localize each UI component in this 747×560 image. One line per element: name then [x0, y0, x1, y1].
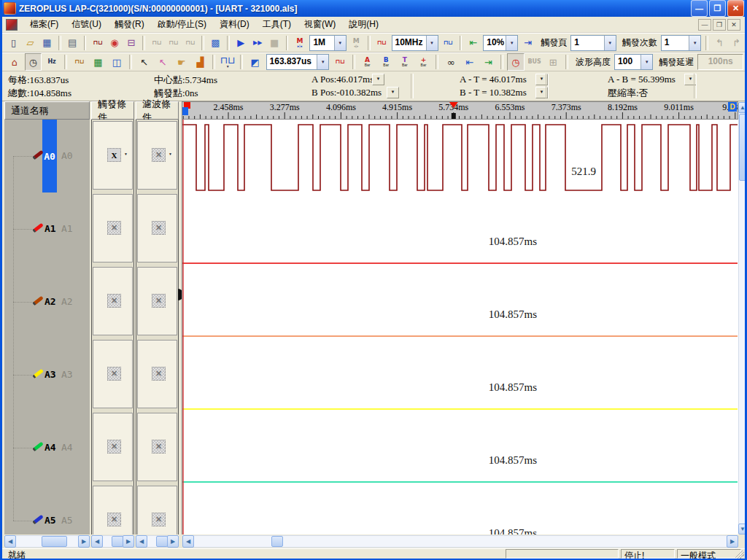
add-bar-icon[interactable]: +Bar	[415, 53, 433, 71]
waveform-hscroll-left-arrow[interactable]: ◀	[182, 535, 194, 548]
filter-hscroll-thumb[interactable]	[156, 536, 168, 547]
channel-label-A3[interactable]: A3	[44, 369, 56, 380]
trigger-setup-icon[interactable]: ◉	[107, 34, 122, 52]
filter-state-icon-A0[interactable]: ✕	[152, 148, 166, 162]
memory-depth-combo[interactable]: 1M▼	[309, 35, 346, 51]
print-icon[interactable]: ▤	[65, 34, 80, 52]
channel-label-A5[interactable]: A5	[44, 515, 56, 526]
trigger-cell-A1[interactable]: ✕	[93, 194, 133, 262]
trigger-state-icon-A3[interactable]: ✕	[107, 367, 121, 381]
channel-names-hscroll-thumb[interactable]	[42, 536, 67, 547]
waveform-window-icon[interactable]: ⊓⊔	[71, 53, 88, 71]
filter-state-icon-A2[interactable]: ✕	[152, 294, 166, 308]
filter-state-icon-A4[interactable]: ✕	[152, 440, 166, 454]
channel-label-A1[interactable]: A1	[44, 223, 56, 234]
sample-rate-combo[interactable]: 10MHz▼	[392, 35, 438, 51]
menu-item-2[interactable]: 信號(U)	[65, 18, 108, 31]
waveform-vscroll-up-arrow[interactable]: ▲	[738, 102, 747, 113]
go-end-icon[interactable]: ⇥	[480, 53, 498, 71]
channel-names-hscroll-right-arrow[interactable]: ▶	[78, 535, 90, 548]
trigger-state-icon-A0[interactable]: X	[107, 148, 121, 162]
menu-item-6[interactable]: 工具(T)	[256, 18, 298, 31]
zoom-tool-icon[interactable]: ◩	[247, 53, 264, 71]
waveform-vscroll-thumb[interactable]	[739, 114, 746, 181]
filter-cell-A1[interactable]: ✕	[137, 194, 177, 262]
trigger-hscroll-right-arrow[interactable]: ▶	[123, 535, 134, 548]
b-pos-dropdown[interactable]: ▼	[387, 87, 399, 98]
a-bar-icon[interactable]: ABar	[359, 53, 376, 71]
filter-state-icon-A1[interactable]: ✕	[152, 221, 166, 235]
trigger-state-icon-A5[interactable]: ✕	[107, 513, 121, 526]
filter-cell-A3[interactable]: ✕	[137, 340, 177, 408]
new-file-icon[interactable]: ▯	[6, 34, 21, 52]
filter-dropdown-A0[interactable]: ▼	[166, 149, 174, 160]
waveform-display-area[interactable]: 521.9104.857ms104.857ms104.857ms104.857m…	[182, 120, 738, 534]
mdi-minimize-button[interactable]: —	[698, 19, 711, 31]
waveform-mode-icon[interactable]: ⊓⊔▼	[219, 53, 236, 71]
t-bar-icon[interactable]: TBar	[396, 53, 414, 71]
frequency-display-icon[interactable]: Hz	[43, 53, 61, 71]
filter-hscroll-left-arrow[interactable]: ◀	[136, 535, 147, 548]
trigger-cell-A4[interactable]: ✕	[93, 413, 133, 481]
navigator-window-icon[interactable]: ◫	[108, 53, 125, 71]
trigger-cell-A2[interactable]: ✕	[93, 267, 133, 335]
trigger-page-dropdown[interactable]: ▼	[604, 36, 616, 50]
filter-cell-A5[interactable]: ✕	[137, 486, 177, 534]
time-ruler[interactable]: 2.458ms3.277ms4.096ms4.915ms5.734ms6.553…	[182, 101, 738, 120]
b-bar-icon[interactable]: BBar	[377, 53, 395, 71]
filter-cell-A4[interactable]: ✕	[137, 413, 177, 481]
minimize-button[interactable]: —	[691, 0, 708, 17]
waveform-mode-dropdown[interactable]: ▼	[226, 65, 230, 69]
menu-item-5[interactable]: 資料(D)	[213, 18, 256, 31]
trigger-page-combo[interactable]: 1▼	[570, 35, 616, 51]
sampling-setup-icon[interactable]: ⊓⊔	[90, 34, 105, 52]
trigger-pos-left-icon[interactable]: ⇤	[465, 34, 481, 52]
hand-tool-icon[interactable]: ☛	[173, 53, 190, 71]
trigger-position-combo[interactable]: 10%▼	[483, 35, 518, 51]
filter-cell-A2[interactable]: ✕	[137, 267, 177, 335]
menu-item-3[interactable]: 觸發(R)	[108, 18, 151, 31]
menu-item-7[interactable]: 視窗(W)	[298, 18, 342, 31]
channel-names-hscroll-left-arrow[interactable]: ◀	[4, 535, 16, 548]
menu-item-1[interactable]: 檔案(F)	[23, 18, 65, 31]
frequency-red-icon[interactable]: ⊓⊔	[374, 34, 390, 52]
listing-window-icon[interactable]: ▦	[90, 53, 107, 71]
trigger-state-icon-A4[interactable]: ✕	[107, 440, 121, 454]
scale-dropdown[interactable]: ▼	[317, 55, 328, 69]
home-icon[interactable]: ⌂	[6, 53, 23, 71]
menu-item-4[interactable]: 啟動/停止(S)	[151, 18, 213, 31]
memory-apply-icon[interactable]: M▸|◂	[292, 34, 307, 52]
trigger-count-combo[interactable]: 1▼	[661, 35, 702, 51]
close-button[interactable]: ✕	[727, 0, 744, 17]
trigger-delay-mode-icon[interactable]: ◷	[507, 53, 525, 71]
open-file-icon[interactable]: ▱	[23, 34, 38, 52]
multi-select-icon[interactable]: ↖	[154, 53, 171, 71]
trigger-cell-A5[interactable]: ✕	[93, 486, 133, 534]
waveform-vscroll-down-arrow[interactable]: ▼	[738, 524, 747, 534]
waveform-hscroll-thumb[interactable]	[271, 536, 283, 547]
trigger-position-dropdown[interactable]: ▼	[506, 36, 517, 50]
waveform-height-combo[interactable]: 100▼	[614, 54, 653, 70]
trigger-count-dropdown[interactable]: ▼	[689, 36, 700, 50]
trigger-pos-right-icon[interactable]: ⇥	[520, 34, 535, 52]
trigger-hscroll-left-arrow[interactable]: ◀	[91, 535, 103, 548]
mdi-restore-button[interactable]: ❐	[713, 19, 726, 31]
zoom-revert-icon[interactable]: ⊓⊔	[331, 53, 349, 71]
trigger-state-icon-A2[interactable]: ✕	[107, 294, 121, 308]
trigger-state-icon-A1[interactable]: ✕	[107, 221, 121, 235]
sample-rate-dropdown[interactable]: ▼	[426, 36, 438, 50]
filter-cell-A0[interactable]: ✕▼	[137, 121, 177, 190]
time-display-icon[interactable]: ◷	[25, 53, 42, 71]
select-cursor-icon[interactable]: ↖	[136, 53, 153, 71]
waveform-height-dropdown[interactable]: ▼	[640, 55, 652, 69]
go-start-icon[interactable]: ⇤	[461, 53, 479, 71]
menu-item-8[interactable]: 說明(H)	[342, 18, 385, 31]
memory-depth-dropdown[interactable]: ▼	[334, 36, 346, 50]
filter-hscroll-right-arrow[interactable]: ▶	[167, 535, 179, 548]
a-pos-dropdown[interactable]: ▼	[372, 74, 384, 85]
channel-label-A4[interactable]: A4	[44, 442, 56, 453]
selected-channel-highlight[interactable]: A0	[42, 120, 57, 192]
repeat-run-icon[interactable]: ▶▶	[250, 34, 266, 52]
bus-property-icon[interactable]: ⊟	[123, 34, 139, 52]
filter-state-icon-A3[interactable]: ✕	[152, 367, 166, 381]
